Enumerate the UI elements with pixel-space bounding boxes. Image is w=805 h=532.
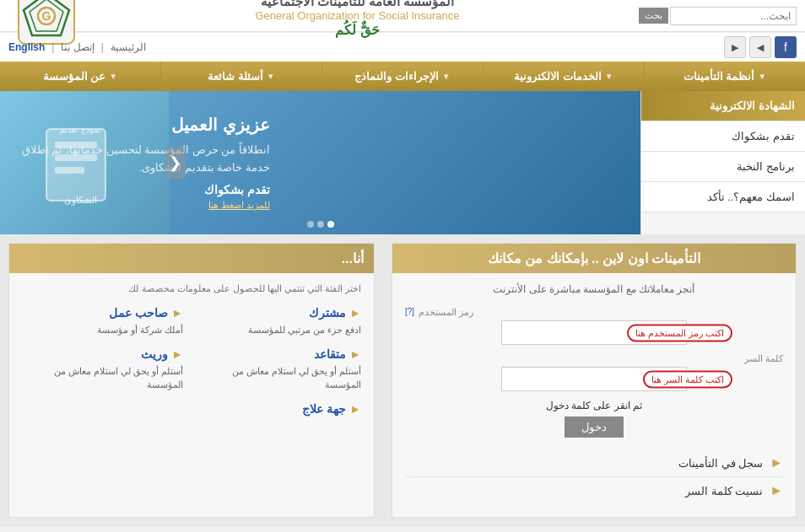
cat-arrow-icon-5: ► [349,402,361,416]
login-hint: ثم انقر على كلمة دخول [405,400,783,411]
cat-desc-employer: أملك شركة أو مؤسسة [22,323,183,337]
indicator-dot-1[interactable] [327,221,334,228]
organization-logo-icon: G [17,0,76,46]
nav-arrow-2: ▼ [605,72,613,81]
nav-item-electronic-services[interactable]: ▼ الخدمات الالكترونية [483,62,644,91]
logo-area: G [8,0,76,46]
contact-link[interactable]: إتصل بنا [61,41,94,53]
banner-content: عزيزي العميل انطلاقاً من حرص المؤسسة لتح… [17,115,270,212]
online-insurance-panel: التأمينات اون لاين .. بإمكانك من مكانك أ… [392,243,797,518]
banner-area: الشهادة الالكترونية تقدم بشكواك برنامج ا… [0,91,805,234]
quick-link-register[interactable]: ► سجل في التأمينات [405,449,783,477]
nav-item-label-1: أنظمة التأمينات [683,70,755,83]
ana-cat-title-retired[interactable]: ► متقاعد [200,347,361,361]
nav-arrow-3: ▼ [442,72,451,81]
ana-cat-title-medical[interactable]: ► جهة علاج [200,402,361,416]
username-label-text: رمز المستخدم [419,307,473,318]
banner-more-link[interactable]: للمزيد اضغط هنا [17,200,270,211]
side-panel-item-verify[interactable]: اسمك معهم؟.. تأكد [641,182,805,212]
english-link[interactable]: English [8,41,45,53]
arabic-title: المؤسسة العامة للتأمينات الاجتماعية [255,0,459,9]
username-input[interactable] [501,320,687,345]
ana-panel: أنا... اختر الفئة التي تنتمي اليها للحصو… [8,243,375,518]
english-title: General Organization for Social Insuranc… [255,9,459,22]
nav-item-procedures[interactable]: ▼ الإجراءات والنماذج [321,62,483,91]
password-label: كلمة السر [405,353,783,364]
nav-arrow-1: ▼ [758,72,766,81]
ana-cat-title-heir[interactable]: ► وريث [22,347,183,361]
indicator-dot-3[interactable] [307,221,314,228]
quick-links: ► سجل في التأمينات ► نسيت كلمة السر [405,449,783,504]
search-input[interactable] [670,7,797,25]
login-button[interactable]: دخول [565,416,624,438]
login-form: رمز المستخدم [?] اكتب رمز المستخدم هنا ك… [405,307,783,438]
login-actions: ثم انقر على كلمة دخول دخول [405,400,783,438]
nav-item-label-2: الخدمات الالكترونية [514,70,602,83]
ana-cat-subscriber: ► مشترك ادفع جزء من مرتبي للمؤسسة [200,306,361,337]
nav-arrow-4: ▼ [267,72,275,81]
search-button[interactable]: بحث [639,8,668,24]
nav-item-about[interactable]: ▼ عن المؤسسة [0,62,160,91]
banner-body: انطلاقاً من حرص المؤسسة لتحسين خدماتها، … [17,142,270,177]
ana-cat-medical: ► جهة علاج [200,402,361,419]
username-help-link[interactable]: [?] [405,307,414,318]
tagline: حَقٌّ لَكُم [255,22,459,38]
share-icon-2[interactable]: ◀ [749,36,771,58]
password-input[interactable] [501,367,687,391]
nav-links-right: الرئيسية | إتصل بنا | English [8,41,146,53]
ana-cat-retired: ► متقاعد أستلم أو يحق لي استلام معاش من … [200,347,361,392]
username-section: رمز المستخدم [?] اكتب رمز المستخدم هنا [405,307,783,345]
username-label: رمز المستخدم [?] [405,307,783,318]
logo-text: المؤسسة العامة للتأمينات الاجتماعية Gene… [255,0,459,38]
cat-label-medical: جهة علاج [302,402,346,416]
cat-arrow-icon-1: ► [349,306,361,320]
nav-arrow-5: ▼ [109,72,117,81]
share-icon-1[interactable]: ▶ [724,36,746,58]
ana-cat-employer: ► صاحب عمل أملك شركة أو مؤسسة [22,306,183,337]
social-icons: ▶ ◀ f [724,36,797,58]
main-content: التأمينات اون لاين .. بإمكانك من مكانك أ… [0,234,805,526]
side-panel-item-certificate[interactable]: الشهادة الالكترونية [641,91,805,121]
indicator-dot-2[interactable] [317,221,324,228]
side-panel-item-elite[interactable]: برنامج النخبة [641,152,805,182]
cat-arrow-icon-4: ► [171,347,183,361]
online-panel-subtitle: أنجز معاملاتك مع المؤسسة مباشرة على الأن… [405,283,783,295]
online-panel-title: التأمينات اون لاين .. بإمكانك من مكانك [392,244,796,273]
nav-item-faq[interactable]: ▼ أسئلة شائعة [160,62,321,91]
cat-desc-retired: أستلم أو يحق لي استلام معاش من المؤسسة [200,364,361,392]
cat-label-subscriber: مشترك [309,306,346,320]
username-input-wrapper: اكتب رمز المستخدم هنا [405,320,783,345]
ana-panel-title: أنا... [9,244,374,273]
cat-label-retired: متقاعد [314,347,346,361]
nav-item-insurance-systems[interactable]: ▼ أنظمة التأمينات [644,62,805,91]
banner-arrow-button[interactable]: ❮ [165,147,186,179]
banner-title: عزيزي العميل [17,115,270,135]
cat-arrow-icon-2: ► [171,306,183,320]
quick-link-forgot-password[interactable]: ► نسيت كلمة السر [405,477,783,504]
banner-main: الشكاوى نموذج تقديم ❮ عزيزي العميل انطلا… [0,91,640,234]
ana-cat-title-subscriber[interactable]: ► مشترك [200,306,361,320]
home-link[interactable]: الرئيسية [111,41,146,53]
nav-item-label-4: أسئلة شائعة [208,70,263,83]
side-panel: الشهادة الالكترونية تقدم بشكواك برنامج ا… [640,91,805,234]
nav-item-label-5: عن المؤسسة [43,70,106,83]
quick-link-label-2: نسيت كلمة السر [685,485,763,497]
quick-link-arrow-1: ► [770,455,783,470]
search-area: بحث [639,7,797,25]
side-panel-item-complaint[interactable]: تقدم بشكواك [641,121,805,152]
ana-subtitle: اختر الفئة التي تنتمي اليها للحصول على م… [22,283,361,294]
facebook-icon[interactable]: f [775,36,797,58]
ana-cat-heir: ► وريث أستلم أو يحق لي استلام معاش من ال… [22,347,183,392]
password-section: كلمة السر اكتب كلمة السر هنا [405,353,783,391]
cat-label-employer: صاحب عمل [109,306,168,320]
top-bar: بحث المؤسسة العامة للتأمينات الاجتماعية … [0,0,805,32]
password-input-wrapper: اكتب كلمة السر هنا [405,367,783,391]
ana-cat-title-employer[interactable]: ► صاحب عمل [22,306,183,320]
separator-1: | [101,41,104,53]
svg-text:G: G [42,9,51,23]
cat-desc-heir: أستلم أو يحق لي استلام معاش من المؤسسة [22,364,183,392]
main-nav: ▼ أنظمة التأمينات ▼ الخدمات الالكترونية … [0,62,805,91]
cat-arrow-icon-3: ► [349,347,361,361]
quick-link-arrow-2: ► [770,483,783,498]
banner-indicator [307,221,334,228]
